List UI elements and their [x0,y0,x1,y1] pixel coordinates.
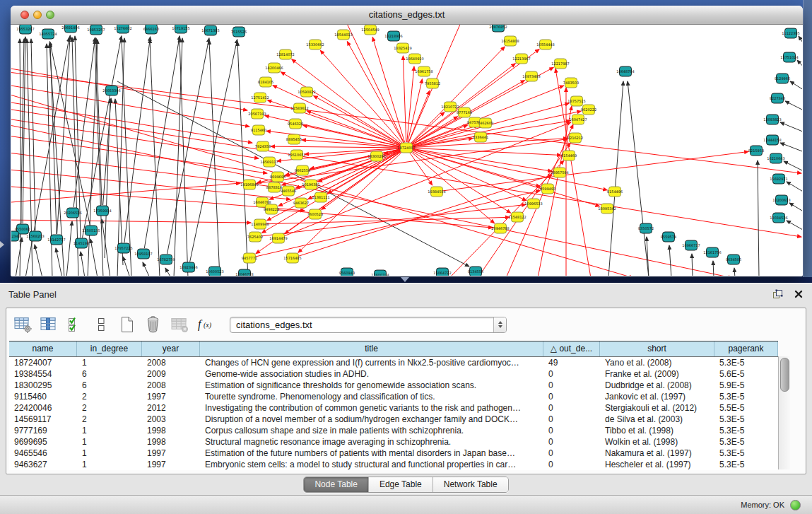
select-all-columns-icon[interactable] [66,315,84,334]
panel-collapse-arrow-icon[interactable] [0,241,4,248]
graph-edge[interactable] [90,239,98,276]
close-panel-icon[interactable] [791,287,806,301]
graph-edge[interactable] [11,101,252,143]
delete-icon[interactable] [144,315,163,334]
graph-edge[interactable] [117,38,124,276]
table-vertical-scrollbar[interactable] [778,356,790,469]
graph-edge[interactable] [143,262,150,276]
graph-node-label: 11381111 [312,195,329,199]
graph-edge[interactable] [209,40,220,276]
table-row[interactable]: 946554611997Estimation of the future num… [9,448,778,459]
graph-edge[interactable] [124,37,151,243]
table-selector-dropdown[interactable]: citations_edges.txt [230,317,507,333]
graph-edge[interactable] [734,268,735,276]
graph-edge[interactable] [787,221,802,233]
graph-edge[interactable] [790,81,802,93]
graph-edge[interactable] [628,81,649,276]
graph-edge[interactable] [797,60,802,71]
table-mode-icon[interactable] [13,315,32,334]
graph-edge[interactable] [11,220,251,223]
graph-edge[interactable] [81,252,85,276]
minimize-traffic-light[interactable] [33,11,42,19]
graph-edge[interactable] [174,38,182,276]
column-header-in-degree[interactable]: in_degree [77,341,142,356]
graph-node-label: 12161756 [703,250,721,255]
show-columns-icon[interactable] [40,315,58,334]
graph-edge[interactable] [320,50,402,144]
graph-edge[interactable] [56,248,62,276]
splitter-handle[interactable] [401,277,409,282]
graph-edge[interactable] [20,39,21,223]
tab-edge-table[interactable]: Edge Table [369,477,433,492]
close-traffic-light[interactable] [20,11,29,19]
table-row[interactable]: 946362711997Embryonic stem cells: a mode… [9,459,778,470]
graph-edge[interactable] [57,35,71,234]
graph-node-label: 9777169 [457,110,472,115]
graph-edge[interactable] [190,40,237,262]
column-header-short[interactable]: short [600,341,714,356]
graph-edge[interactable] [165,268,171,276]
graph-node-label: 18640910 [406,57,423,61]
graph-edge[interactable] [785,101,802,112]
table-panel-body: f (x) citations_edges.txt namein_degreey… [6,308,806,474]
table-cell-name: 18724007 [9,357,77,368]
graph-edge[interactable] [692,254,693,276]
graph-node-label: 15064722 [433,271,451,275]
tab-network-table[interactable]: Network Table [433,477,508,492]
graph-edge[interactable] [608,81,623,276]
graph-edge[interactable] [11,152,278,187]
table-cell-year: 2008 [142,380,200,391]
graph-edge[interactable] [758,160,759,276]
graph-edge[interactable] [789,203,802,214]
function-builder-icon[interactable]: f (x) [196,315,215,334]
graph-edge[interactable] [271,146,401,148]
graph-edge[interactable] [799,36,802,50]
graph-node-label: 16648784 [616,69,634,74]
table-row[interactable]: 1872400712008Changes of HCN gene express… [9,357,778,368]
graph-edge[interactable] [411,151,511,213]
graph-edge[interactable] [16,238,22,276]
graph-edge[interactable] [347,42,404,143]
scrollbar-thumb[interactable] [780,358,789,392]
graph-edge[interactable] [780,143,802,153]
column-header-title[interactable]: title [200,341,543,356]
create-table-icon[interactable] [118,315,136,334]
graph-edge[interactable] [412,148,561,155]
dropdown-stepper-icon[interactable] [493,317,506,332]
table-row[interactable]: 1938455462009Genome-wide association stu… [9,368,778,380]
table-row[interactable]: 1456911722003Disruption of a novel membe… [9,414,778,425]
graph-edge[interactable] [23,37,25,223]
graph-edge[interactable] [403,56,406,142]
column-header-year[interactable]: year [142,341,200,356]
graph-edge[interactable] [66,221,72,276]
column-header-pagerank[interactable]: pagerank [714,341,778,356]
column-header-out-degree[interactable]: △ out_de... [543,341,600,356]
graph-edge[interactable] [11,108,801,237]
table-row[interactable]: 1830029562008Estimation of significance … [9,380,778,391]
network-window-titlebar[interactable]: citations_edges.txt [11,6,803,25]
graph-edge[interactable] [35,245,42,276]
network-svg[interactable]: 1955326714055724206914061085325715276602… [11,25,802,276]
table-row[interactable]: 977716911998Corpus callosum shape and si… [9,425,778,436]
tab-node-table[interactable]: Node Table [304,477,369,492]
table-row[interactable]: 2242004622012Investigating the contribut… [9,402,778,414]
graph-edge[interactable] [669,245,671,276]
graph-edge[interactable] [237,42,248,276]
graph-edge[interactable] [787,182,802,194]
graph-node-label: 20206536 [64,211,81,215]
graph-edge[interactable] [167,38,209,254]
graph-edge[interactable] [123,257,130,276]
float-panel-icon[interactable] [770,287,785,301]
zoom-traffic-light[interactable] [46,11,54,19]
graph-node-label: 10966717 [682,243,700,247]
graph-edge[interactable] [31,39,35,230]
row-options-icon[interactable] [92,315,110,334]
column-header-name[interactable]: name [9,341,77,356]
table-cell-year: 2008 [142,357,200,368]
table-row[interactable]: 969969511998Structural magnetic resonanc… [9,436,778,448]
network-canvas[interactable]: 1955326714055724206914061085325715276602… [11,25,802,276]
table-row[interactable]: 911546021997Tourette syndrome. Phenomeno… [9,391,778,402]
graph-edge[interactable] [780,122,802,134]
graph-edge[interactable] [75,36,81,238]
graph-edge[interactable] [412,148,552,171]
